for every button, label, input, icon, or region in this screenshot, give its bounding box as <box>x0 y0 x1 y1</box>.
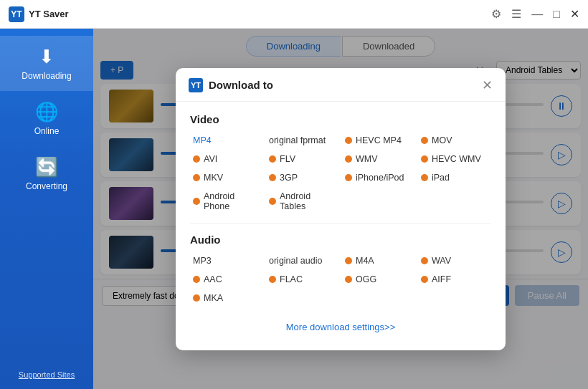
format-dot <box>269 155 276 163</box>
audio-section-title: Audio <box>190 234 491 246</box>
modal-logo-icon: YT <box>189 78 203 92</box>
format-dot <box>193 174 200 181</box>
modal-header: YT Download to ✕ <box>176 68 506 102</box>
format-label: M4A <box>356 256 374 266</box>
close-icon[interactable]: ✕ <box>570 7 579 21</box>
maximize-icon[interactable]: □ <box>553 8 560 21</box>
format-dot <box>345 276 352 283</box>
video-section-title: Video <box>190 113 491 125</box>
format-dot <box>269 198 276 205</box>
format-dot <box>193 155 200 163</box>
section-divider <box>190 223 491 224</box>
format-dot <box>269 174 276 181</box>
format-item-mka[interactable]: MKA <box>190 292 263 304</box>
format-item-flac[interactable]: FLAC <box>266 273 339 286</box>
format-label: iPad <box>432 173 450 183</box>
format-item-wmv[interactable]: WMV <box>342 153 415 165</box>
app-logo: YT YT Saver <box>9 6 69 22</box>
format-item-mp3[interactable]: MP3 <box>190 254 263 267</box>
format-label: WAV <box>432 256 451 266</box>
sidebar-footer: Supported Sites <box>0 359 93 389</box>
format-item-ipad[interactable]: iPad <box>418 171 491 184</box>
main-content: Downloading Downloaded + P vert to: Andr… <box>93 29 588 389</box>
format-label: OGG <box>356 274 376 284</box>
format-dot <box>421 174 428 181</box>
format-dot <box>193 198 200 205</box>
format-item-android-phone[interactable]: Android Phone <box>190 190 263 213</box>
format-label: Android Tables <box>280 191 336 211</box>
format-item-m4a[interactable]: M4A <box>342 254 415 267</box>
format-label: HEVC WMV <box>432 154 481 164</box>
sidebar-item-online[interactable]: 🌐 Online <box>0 91 93 146</box>
format-dot <box>269 276 276 283</box>
format-item-wav[interactable]: WAV <box>418 254 491 267</box>
format-label: Android Phone <box>204 191 260 211</box>
sidebar-item-downloading[interactable]: ⬇ Downloading <box>0 36 93 91</box>
format-label: 3GP <box>280 173 298 183</box>
format-label: MOV <box>432 135 452 145</box>
logo-icon: YT <box>9 6 24 22</box>
format-item-hevc-wmv[interactable]: HEVC WMV <box>418 153 491 165</box>
settings-icon[interactable]: ⚙ <box>491 7 501 21</box>
format-item-mp4[interactable]: MP4 <box>190 134 263 147</box>
sidebar-label-online: Online <box>34 126 60 136</box>
format-item-flv[interactable]: FLV <box>266 153 339 165</box>
format-dot <box>345 137 352 144</box>
modal-title: Download to <box>209 79 273 91</box>
sidebar: ⬇ Downloading 🌐 Online 🔄 Converting Supp… <box>0 29 93 389</box>
format-item-aac[interactable]: AAC <box>190 273 263 286</box>
format-label: WMV <box>356 154 378 164</box>
converting-icon: 🔄 <box>35 156 58 178</box>
window-controls: ⚙ ☰ — □ ✕ <box>491 7 579 21</box>
format-label: AVI <box>204 154 217 164</box>
format-item-mov[interactable]: MOV <box>418 134 491 147</box>
menu-icon[interactable]: ☰ <box>511 7 521 21</box>
format-dot <box>421 276 428 283</box>
format-label: MP3 <box>193 256 212 266</box>
format-dot <box>345 174 352 181</box>
app-body: ⬇ Downloading 🌐 Online 🔄 Converting Supp… <box>0 29 588 389</box>
format-item-android-tables[interactable]: Android Tables <box>266 190 339 213</box>
format-label: original fprmat <box>269 135 326 145</box>
format-dot <box>193 276 200 283</box>
sidebar-label-converting: Converting <box>26 181 67 191</box>
format-item-avi[interactable]: AVI <box>190 153 263 165</box>
format-label: iPhone/iPod <box>356 173 404 183</box>
format-dot <box>345 257 352 264</box>
format-dot <box>193 294 200 302</box>
download-to-modal: YT Download to ✕ Video MP4 original fprm… <box>176 68 506 350</box>
modal-close-icon[interactable]: ✕ <box>482 79 493 92</box>
sidebar-item-converting[interactable]: 🔄 Converting <box>0 146 93 201</box>
format-label: FLAC <box>280 274 303 284</box>
format-dot <box>421 155 428 163</box>
more-settings-link[interactable]: More download settings>> <box>286 322 395 332</box>
format-dot <box>421 257 428 264</box>
format-label: MP4 <box>193 135 212 145</box>
format-label: FLV <box>280 154 295 164</box>
sidebar-label-downloading: Downloading <box>22 71 71 81</box>
format-label: AIFF <box>432 274 451 284</box>
format-item-original-fprmat[interactable]: original fprmat <box>266 134 339 147</box>
format-label: original audio <box>269 256 322 266</box>
format-dot <box>345 155 352 163</box>
format-item-iphone-ipod[interactable]: iPhone/iPod <box>342 171 415 184</box>
format-item-hevc-mp4[interactable]: HEVC MP4 <box>342 134 415 147</box>
minimize-icon[interactable]: — <box>531 8 543 21</box>
format-label: MKV <box>204 173 223 183</box>
title-bar: YT YT Saver ⚙ ☰ — □ ✕ <box>0 0 588 29</box>
audio-format-grid: MP3 original audio M4A WAV <box>190 254 491 304</box>
format-item-original-audio[interactable]: original audio <box>266 254 339 267</box>
format-item-ogg[interactable]: OGG <box>342 273 415 286</box>
more-settings-container: More download settings>> <box>190 314 491 336</box>
format-item-3gp[interactable]: 3GP <box>266 171 339 184</box>
format-label: HEVC MP4 <box>356 135 402 145</box>
supported-sites-link[interactable]: Supported Sites <box>19 370 75 379</box>
online-icon: 🌐 <box>35 101 58 123</box>
download-icon: ⬇ <box>39 46 54 68</box>
format-item-mkv[interactable]: MKV <box>190 171 263 184</box>
video-format-grid: MP4 original fprmat HEVC MP4 MOV <box>190 134 491 213</box>
format-label: MKA <box>204 293 223 303</box>
modal-body: Video MP4 original fprmat HEVC MP4 <box>176 102 506 350</box>
modal-overlay[interactable]: YT Download to ✕ Video MP4 original fprm… <box>93 29 588 389</box>
format-item-aiff[interactable]: AIFF <box>418 273 491 286</box>
